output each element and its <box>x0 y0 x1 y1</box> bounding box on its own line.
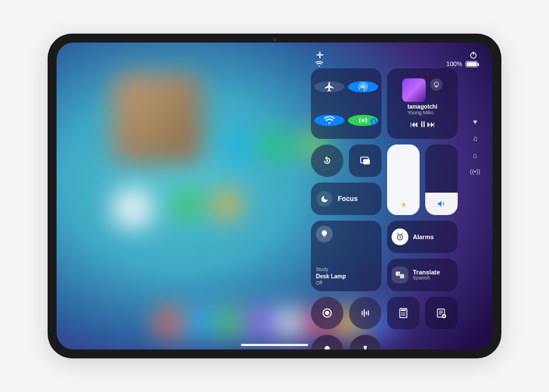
wifi-toggle[interactable] <box>314 115 345 126</box>
now-playing-module[interactable]: tamagotchi Young Miko ⏮ ⏸ ⏭ <box>387 68 458 139</box>
home-state-label: Off <box>316 280 346 286</box>
battery-icon <box>466 61 478 67</box>
ipad-device-frame: 100% <box>48 34 501 358</box>
airplane-mode-toggle[interactable] <box>314 81 345 92</box>
next-track-button[interactable]: ⏭ <box>427 119 435 129</box>
svg-point-21 <box>403 312 404 314</box>
svg-rect-19 <box>401 310 406 311</box>
home-desk-lamp-tile[interactable]: Study Desk Lamp Off <box>311 221 381 291</box>
brightness-slider[interactable]: ☀ <box>387 144 420 215</box>
svg-rect-17 <box>368 310 369 315</box>
home-indicator[interactable] <box>241 344 308 346</box>
translate-button[interactable]: 文 Translate Spanish <box>387 259 458 291</box>
screen-record-button[interactable] <box>311 297 343 329</box>
control-center: 100% <box>308 43 492 349</box>
alarm-clock-icon <box>392 228 408 245</box>
airplay-button[interactable] <box>430 78 443 91</box>
power-button[interactable] <box>469 50 478 59</box>
connectivity-module[interactable]: ᛒ <box>311 68 381 139</box>
svg-point-3 <box>362 119 365 122</box>
cc-status-bar <box>311 50 480 59</box>
translate-icon: 文 <box>392 267 408 283</box>
album-art <box>402 78 426 102</box>
cc-status-row2: 100% <box>311 60 480 67</box>
voice-memo-button[interactable] <box>349 297 381 329</box>
prev-track-button[interactable]: ⏮ <box>410 119 418 129</box>
sun-icon: ☀ <box>400 200 407 210</box>
focus-button[interactable]: Focus <box>311 183 381 215</box>
moon-icon <box>317 191 332 207</box>
screen-mirroring-button[interactable] <box>349 144 381 177</box>
page-home-icon[interactable]: ⌂ <box>473 151 477 160</box>
svg-rect-1 <box>473 52 473 55</box>
svg-rect-5 <box>327 160 328 162</box>
svg-rect-10 <box>400 274 404 279</box>
bluetooth-badge-icon: ᛒ <box>370 118 377 125</box>
track-artist: Young Miko <box>407 110 437 116</box>
svg-point-23 <box>401 315 402 316</box>
add-controls-button[interactable] <box>315 50 324 59</box>
svg-point-2 <box>362 86 364 88</box>
svg-rect-16 <box>366 311 367 315</box>
svg-point-24 <box>403 315 404 316</box>
svg-point-20 <box>401 312 402 314</box>
volume-slider[interactable] <box>425 144 458 215</box>
speaker-icon <box>437 199 446 210</box>
silent-mode-toggle[interactable] <box>311 335 343 349</box>
flashlight-button[interactable] <box>349 335 381 349</box>
orientation-lock-toggle[interactable] <box>311 144 343 177</box>
svg-text:文: 文 <box>397 272 400 276</box>
alarm-title: Alarms <box>413 234 434 240</box>
home-device-label: Desk Lamp <box>316 273 346 280</box>
svg-point-25 <box>404 315 406 316</box>
svg-point-22 <box>404 312 406 314</box>
play-pause-button[interactable]: ⏸ <box>418 119 427 129</box>
svg-rect-14 <box>362 311 363 315</box>
svg-rect-15 <box>364 310 365 317</box>
page-music-icon[interactable]: ♫ <box>472 134 478 143</box>
cc-grid: ᛒ tamagotchi Young Miko <box>311 68 464 349</box>
cc-page-indicator[interactable]: ♥ ♫ ⌂ ((•)) <box>470 68 480 349</box>
lightbulb-icon <box>316 226 333 242</box>
svg-point-13 <box>325 311 329 315</box>
translate-subtitle: Spanish <box>413 276 440 281</box>
focus-label: Focus <box>338 195 357 203</box>
home-room-label: Study <box>316 267 346 273</box>
calculator-button[interactable] <box>387 297 420 329</box>
alarms-button[interactable]: Alarms <box>387 221 458 253</box>
quick-note-button[interactable] <box>425 297 458 329</box>
track-title: tamagotchi <box>407 104 437 110</box>
svg-rect-7 <box>363 159 370 164</box>
airdrop-toggle[interactable] <box>348 81 378 92</box>
page-connectivity-icon[interactable]: ((•)) <box>470 168 481 175</box>
page-favorites-icon[interactable]: ♥ <box>473 118 477 126</box>
battery-percent: 100% <box>446 60 462 67</box>
wifi-status-icon <box>315 61 323 67</box>
cellular-toggle[interactable]: ᛒ <box>348 115 378 126</box>
ipad-screen: 100% <box>57 43 492 349</box>
